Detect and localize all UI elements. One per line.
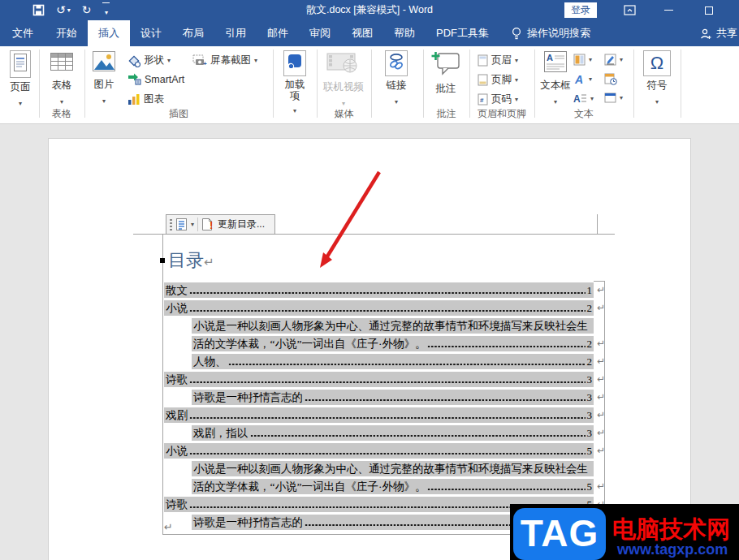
object-icon [604, 93, 616, 103]
toc-entry[interactable]: 小说2↵ [164, 300, 594, 316]
toc-entry[interactable]: 小说是一种以刻画人物形象为中心、通过完整的故事情节和环境描写来反映社会生↵ [192, 318, 594, 334]
addins-button[interactable]: 加载项 ▾ [277, 50, 313, 116]
minimize-button[interactable] [655, 0, 682, 20]
table-button[interactable]: 表格 ▾ [44, 50, 80, 107]
toc-entry[interactable]: 小说5↵ [164, 443, 594, 459]
chevron-down-icon: ▾ [167, 58, 171, 64]
chevron-down-icon[interactable]: ▾ [191, 222, 194, 228]
footer-icon [478, 74, 488, 86]
screenshot-button[interactable]: + 屏幕截图 ▾ [192, 54, 257, 67]
paragraph-mark: ↵ [204, 256, 214, 269]
tab-help[interactable]: 帮助 [383, 20, 426, 46]
comment-button[interactable]: 批注 [428, 50, 464, 96]
svg-text:A: A [574, 73, 583, 85]
tab-references[interactable]: 引用 [214, 20, 257, 46]
chevron-down-icon: ▾ [589, 76, 592, 83]
title-bar: ↺ ▾ ↻ ▾ 散文.docx [兼容模式] - Word 登录 [0, 0, 739, 20]
tab-insert[interactable]: 插入 [88, 20, 130, 46]
toc-field-toolbar[interactable]: ▾ ! 更新目录... [166, 214, 275, 235]
tab-review[interactable]: 审阅 [299, 20, 341, 46]
drop-cap-button[interactable]: A ▾ [573, 93, 594, 105]
header-button[interactable]: 页眉 ▾ [478, 54, 518, 67]
toolbar-grip-icon[interactable] [170, 218, 172, 230]
page-icon [10, 50, 31, 78]
quick-parts-button[interactable]: ▾ [573, 54, 592, 66]
dot-leader [189, 372, 586, 387]
toc-entry[interactable]: 活的文学体裁，“小说”一词出自《庄子·外物》。5↵ [192, 479, 594, 494]
group-label-media: 媒体 [317, 107, 371, 121]
group-label-comments: 批注 [423, 107, 469, 121]
pages-button[interactable]: 页面 ▾ [3, 50, 37, 109]
chevron-down-icon: ▾ [515, 58, 518, 64]
toc-entry[interactable]: 戏剧，指以3↵ [192, 425, 594, 441]
chevron-down-icon: ▾ [620, 57, 623, 63]
svg-text:A: A [547, 53, 553, 62]
shapes-icon [127, 54, 140, 67]
textbox-button[interactable]: A 文本框 ▾ [538, 50, 573, 107]
toc-menu-icon[interactable] [175, 218, 188, 231]
sign-in-button[interactable]: 登录 [564, 2, 597, 18]
toc-entry[interactable]: 诗歌是一种抒情言志的3↵ [192, 390, 594, 405]
toc-entry[interactable]: 诗歌3↵ [164, 372, 594, 387]
watermark-banner: TAG 电脑技术网 www.tagxp.com [510, 504, 739, 560]
toc-entry[interactable]: 活的文学体裁，“小说”一词出自《庄子·外物》。2↵ [192, 336, 594, 351]
group-separator [273, 50, 274, 118]
picture-icon [92, 50, 116, 72]
signature-line-button[interactable]: ▾ [604, 54, 623, 66]
tab-layout[interactable]: 布局 [172, 20, 214, 46]
ribbon-display-options-button[interactable] [616, 0, 643, 20]
dot-leader [189, 300, 586, 316]
toc-entry[interactable]: 散文1↵ [164, 282, 594, 298]
group-label-illustrations: 插图 [84, 107, 273, 121]
toc-entry[interactable]: 小说是一种以刻画人物形象为中心、通过完整的故事情节和环境描写来反映社会生↵ [192, 461, 594, 476]
shapes-button[interactable]: 形状 ▾ [127, 54, 171, 67]
update-toc-button[interactable]: 更新目录... [218, 218, 265, 231]
tab-mailings[interactable]: 邮件 [257, 20, 299, 46]
tab-file[interactable]: 文件 [0, 20, 45, 46]
word-window: ↺ ▾ ↻ ▾ 散文.docx [兼容模式] - Word 登录 文件 开始 插… [0, 0, 739, 560]
dot-leader [189, 443, 586, 459]
online-video-button: 联机视频 ▾ [320, 50, 367, 109]
smartart-button[interactable]: SmartArt [127, 73, 184, 85]
chevron-down-icon: ▾ [515, 97, 518, 103]
header-icon [478, 54, 488, 67]
tell-me-search[interactable]: 操作说明搜索 [511, 20, 590, 46]
paragraph-mark: ↵ [597, 480, 605, 493]
picture-button[interactable]: 图片 ▾ [86, 50, 122, 106]
ribbon: 页面 ▾ 表格 ▾ 表格 图片 ▾ [0, 46, 739, 124]
toc-entry[interactable]: 人物、2↵ [192, 354, 594, 369]
ribbon-display-options-icon [624, 5, 636, 15]
dot-leader [250, 425, 586, 441]
group-separator [681, 50, 681, 118]
date-time-icon [604, 73, 617, 85]
toc-heading[interactable]: 目录↵ [168, 248, 214, 273]
dot-leader [189, 407, 586, 423]
footer-button[interactable]: 页脚 ▾ [478, 73, 518, 87]
share-button[interactable]: 共享 [699, 20, 739, 46]
tab-home[interactable]: 开始 [45, 20, 88, 46]
maximize-button[interactable] [695, 0, 723, 20]
chevron-down-icon: ▾ [395, 99, 398, 106]
tab-design[interactable]: 设计 [130, 20, 172, 46]
minimize-icon [664, 10, 673, 11]
paragraph-mark: ↵ [597, 409, 605, 421]
toolbar-divider [197, 218, 198, 231]
textbox-icon: A [543, 50, 568, 73]
paragraph-mark: ↵ [597, 355, 605, 368]
page-number-icon: # [478, 93, 488, 106]
tab-pdf-tools[interactable]: PDF工具集 [426, 20, 499, 46]
symbol-button[interactable]: Ω 符号 ▾ [640, 50, 674, 107]
chart-button[interactable]: 图表 [127, 93, 164, 106]
paragraph-mark: ↵ [164, 521, 173, 533]
group-label-table: 表格 [39, 107, 84, 121]
tab-view[interactable]: 视图 [341, 20, 383, 46]
wordart-button[interactable]: A ▾ [573, 73, 592, 85]
link-button[interactable]: 链接 ▾ [378, 50, 414, 107]
page-number-button[interactable]: # 页码 ▾ [478, 93, 518, 106]
date-time-button[interactable] [604, 73, 617, 85]
toc-entry[interactable]: 戏剧3↵ [164, 407, 594, 423]
dot-leader [305, 390, 586, 405]
table-icon [50, 50, 74, 73]
object-button[interactable]: ▾ [604, 93, 623, 103]
omega-icon: Ω [643, 50, 671, 76]
